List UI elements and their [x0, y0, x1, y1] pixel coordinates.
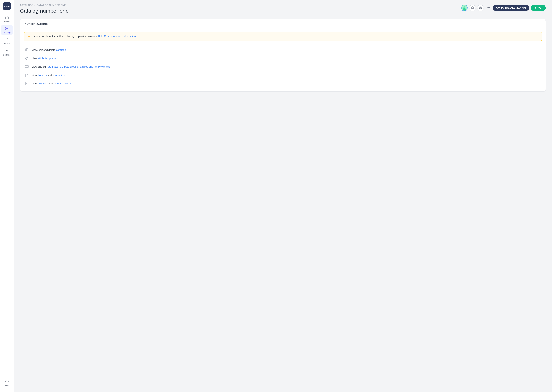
- avatar-image: [461, 5, 468, 11]
- permission-products: View products and product models: [24, 80, 542, 88]
- warning-text-before: Be careful about the authorizations you …: [33, 35, 97, 37]
- go-to-pim-button[interactable]: GO TO THE AKENEO PIM: [493, 5, 529, 11]
- perm-locales-link[interactable]: Locales: [38, 74, 47, 77]
- breadcrumb-separator: /: [35, 4, 35, 7]
- perm-products-link[interactable]: products: [38, 82, 48, 85]
- sidebar-bottom: Help: [1, 378, 13, 390]
- page-header: CATALOGS / CATALOG NUMBER ONE Catalog nu…: [14, 0, 552, 14]
- perm-catalogs-text: View, edit and delete catalogs: [32, 49, 66, 51]
- svg-point-8: [7, 382, 7, 383]
- permission-attribute-options: View attribute options: [24, 54, 542, 63]
- sidebar-item-help-label: Help: [5, 384, 9, 387]
- perm-catalogs-link[interactable]: catalogs: [56, 49, 66, 51]
- sidebar-item-settings[interactable]: Settings: [1, 47, 13, 57]
- perm-currencies-link[interactable]: currencies: [52, 74, 64, 77]
- permission-attributes: View and edit attributes, attribute grou…: [24, 63, 542, 71]
- title-row: CATALOGS / CATALOG NUMBER ONE Catalog nu…: [20, 4, 546, 14]
- monitor-icon: [25, 65, 29, 69]
- help-icon: [5, 379, 9, 384]
- svg-point-13: [465, 7, 465, 7]
- breadcrumb-parent[interactable]: CATALOGS: [20, 4, 33, 7]
- permission-catalogs: View, edit and delete catalogs: [24, 46, 542, 54]
- svg-point-12: [464, 7, 464, 7]
- authorizations-card: AUTHORIZATIONS ⚠ Be careful about the au…: [20, 19, 546, 92]
- svg-point-6: [6, 50, 7, 51]
- settings-icon: [5, 49, 9, 53]
- sidebar-item-synch-label: Synch: [4, 42, 10, 45]
- page-title: Catalog number one: [20, 8, 69, 14]
- svg-point-19: [27, 57, 28, 58]
- svg-rect-1: [7, 17, 8, 19]
- svg-rect-5: [7, 29, 8, 30]
- synch-icon: [5, 37, 9, 42]
- svg-point-11: [463, 8, 466, 11]
- warning-text: Be careful about the authorizations you …: [33, 35, 137, 37]
- perm-attributes-text: View and edit attributes, attribute grou…: [32, 65, 110, 68]
- perm-locales-text: View Locales and currencies: [32, 74, 65, 77]
- sidebar-item-home[interactable]: Home: [1, 14, 13, 24]
- sidebar-item-home-label: Home: [4, 20, 9, 23]
- perm-product-models-link[interactable]: product models: [54, 82, 71, 85]
- sidebar-item-settings-label: Settings: [3, 54, 11, 56]
- svg-rect-0: [5, 17, 7, 19]
- title-area: CATALOGS / CATALOG NUMBER ONE Catalog nu…: [20, 4, 69, 14]
- sidebar-nav: Home Catalogs: [1, 14, 13, 378]
- alerts-icon-button[interactable]: [477, 5, 484, 11]
- header-actions: ••• GO TO THE AKENEO PIM SAVE: [461, 5, 546, 11]
- sidebar-item-help[interactable]: Help: [1, 378, 13, 388]
- list-icon: [25, 82, 29, 86]
- sidebar-item-catalogs[interactable]: Catalogs: [1, 25, 13, 35]
- save-button[interactable]: SAVE: [531, 5, 546, 11]
- warning-banner: ⚠ Be careful about the authorizations yo…: [24, 32, 542, 41]
- permissions-list: View, edit and delete catalogs View attr…: [20, 44, 546, 91]
- app-logo[interactable]: My App: [3, 2, 11, 10]
- authorizations-title: AUTHORIZATIONS: [20, 19, 546, 29]
- breadcrumb: CATALOGS / CATALOG NUMBER ONE: [20, 4, 69, 7]
- sidebar-item-catalogs-label: Catalogs: [3, 31, 11, 34]
- tag-icon: [25, 56, 29, 61]
- sidebar-item-synch[interactable]: Synch: [1, 36, 13, 46]
- svg-rect-3: [7, 27, 8, 28]
- more-dots: •••: [487, 6, 490, 10]
- warning-help-link[interactable]: Help Center for more information.: [98, 35, 136, 37]
- svg-rect-2: [6, 27, 7, 28]
- catalog-list-icon: [25, 48, 29, 52]
- svg-rect-4: [6, 29, 7, 30]
- perm-products-text: View products and product models: [32, 82, 71, 85]
- sidebar: My App Home: [0, 0, 14, 392]
- main-content: CATALOGS / CATALOG NUMBER ONE Catalog nu…: [14, 0, 552, 392]
- perm-attributes-link[interactable]: attributes, attribute groups, families a…: [48, 65, 110, 68]
- warning-icon: ⚠: [28, 35, 30, 38]
- notifications-bell-button[interactable]: [469, 5, 476, 11]
- svg-rect-20: [25, 65, 28, 68]
- permission-locales: View Locales and currencies: [24, 71, 542, 79]
- more-options-button[interactable]: •••: [485, 5, 491, 11]
- home-icon: [5, 15, 9, 20]
- perm-attr-options-link[interactable]: attribute options: [38, 57, 56, 60]
- user-avatar[interactable]: [461, 5, 468, 11]
- perm-attr-options-text: View attribute options: [32, 57, 56, 60]
- breadcrumb-current: CATALOG NUMBER ONE: [36, 4, 66, 7]
- document-icon: [25, 73, 29, 77]
- main-area: AUTHORIZATIONS ⚠ Be careful about the au…: [14, 14, 552, 98]
- catalogs-icon: [5, 26, 9, 31]
